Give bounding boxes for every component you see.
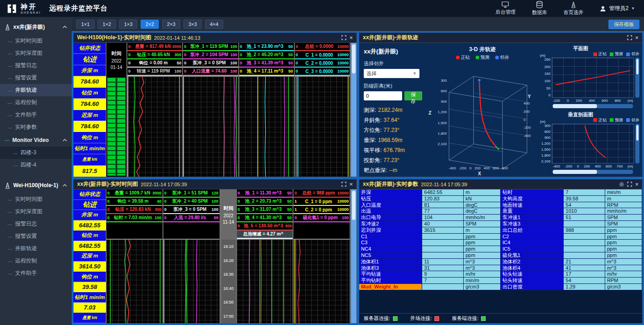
vertical-scrollbar[interactable] xyxy=(351,43,356,177)
nav-backend[interactable]: 后台管理 xyxy=(495,1,515,16)
panel-timestamp: 2022-11-14 17:05:39 xyxy=(421,182,467,187)
layout-button-1x3[interactable]: 1×3 xyxy=(119,20,137,29)
sidebar-item-12[interactable]: Wei-H100(Hole-1) xyxy=(0,178,72,193)
sidebar-item-19[interactable]: —文件助手 xyxy=(0,267,72,279)
sidebar-item-2[interactable]: —实时深度图 xyxy=(0,47,72,59)
nav-label: 数据库 xyxy=(532,9,547,16)
main-area: 1×11×21×32×22×33×34×4 保存模板 Wei-H100(Hole… xyxy=(72,17,644,325)
legend-label: 邻井 xyxy=(631,117,639,123)
panel-realtime-params: xx井(新井眼)-实时参数 2022-11-14 17:05:39 × 井深64… xyxy=(359,179,643,324)
curve-header: 0泵冲_1 = 51 SPM120 xyxy=(163,189,220,198)
gauge-value: 784.60 xyxy=(73,76,106,87)
item-label: 实时时间图 xyxy=(15,37,42,45)
close-icon[interactable]: × xyxy=(635,35,639,41)
sidebar-item-10[interactable]: —四楼-3 xyxy=(0,147,72,159)
sidebar-item-4[interactable]: —报警设置 xyxy=(0,72,72,84)
scrollbar-thumb[interactable] xyxy=(352,191,356,220)
chevron-up-icon xyxy=(63,139,67,142)
vertical-scrollbar[interactable] xyxy=(635,124,639,164)
curve-header: 0C_3 = 0.000010000 xyxy=(295,68,350,76)
item-label: 远程控制 xyxy=(15,257,37,265)
curve-name: 池_2 = 20.73 m^3 xyxy=(243,198,284,204)
tree-dash: — xyxy=(7,125,12,130)
item-label: 报警设置 xyxy=(15,232,37,240)
param-value: 39.58 xyxy=(564,196,605,202)
param-value: 54 xyxy=(564,278,605,284)
sidebar-item-0[interactable]: xx井(新井眼) xyxy=(0,19,72,35)
trajectory-body: xx井(新井眼) 选择邻井 选择 ▼ 防碰距离(米) 保存 测深: xyxy=(359,43,642,177)
param-label: 平均钻速 xyxy=(359,271,422,278)
save-distance-button[interactable]: 保存 xyxy=(404,91,422,100)
sidebar-item-1[interactable]: —实时时间图 xyxy=(0,35,72,47)
sidebar-item-3[interactable]: —报警日志 xyxy=(0,59,72,72)
expand-icon[interactable] xyxy=(627,182,632,187)
param-unit: m^3 xyxy=(605,259,642,265)
neighbor-well-select[interactable]: 选择 ▼ xyxy=(364,69,419,78)
nav-database[interactable]: 数据库 xyxy=(532,1,547,16)
param-label: C3 xyxy=(359,240,422,246)
tree-dash: — xyxy=(7,51,12,56)
sidebar-item-6[interactable]: —远程控制 xyxy=(0,96,72,109)
layout-button-1x1[interactable]: 1×1 xyxy=(76,20,94,29)
curve-max: 50 xyxy=(283,191,292,195)
save-template-button[interactable]: 保存模板 xyxy=(608,20,639,29)
tree-dash: — xyxy=(7,221,12,227)
curve-header: 0泵冲_1 = 119 SPM100 xyxy=(183,43,238,51)
param-value xyxy=(564,221,605,227)
close-icon[interactable]: × xyxy=(349,35,353,41)
legend-label: 邻井 xyxy=(631,51,639,57)
layout-button-4x4[interactable]: 4×4 xyxy=(205,20,223,29)
close-icon[interactable]: × xyxy=(349,181,353,187)
gauge-label: 钻井状态 xyxy=(73,189,106,200)
plan-y-ticks: 250200150100500 xyxy=(538,58,552,98)
sidebar-item-7[interactable]: —文件助手 xyxy=(0,109,72,121)
collision-distance-input[interactable] xyxy=(364,91,402,100)
settings-gear-icon[interactable] xyxy=(619,182,624,187)
section-view-chart: 垂直剖面图 正钻预测邻井 (m) 3006009001,2001,5001,80… xyxy=(538,111,639,174)
sidebar-item-9[interactable]: —Monitor Video xyxy=(0,133,72,147)
scrollbar-thumb[interactable] xyxy=(352,44,356,73)
expand-icon[interactable] xyxy=(627,35,632,40)
param-label: IC4 xyxy=(501,240,564,246)
collapse-toggle[interactable] xyxy=(63,26,67,28)
axis-tick: 800 xyxy=(615,99,621,103)
vertical-scrollbar[interactable] xyxy=(635,58,639,98)
time-header: 时间202201-14 xyxy=(106,43,126,77)
layout-button-2x3[interactable]: 2×3 xyxy=(162,20,180,29)
sidebar-item-14[interactable]: —实时深度图 xyxy=(0,205,72,218)
curve-header: 0钻压 = 120.83 kN300 xyxy=(106,206,162,214)
curve-max: 100 xyxy=(210,207,219,212)
status-label: 服务器连接: xyxy=(364,315,390,322)
curve-min: 0 xyxy=(107,191,113,195)
sidebar-item-11[interactable]: —四楼-4 xyxy=(0,159,72,171)
horizontal-scrollbar[interactable] xyxy=(553,170,633,174)
layout-button-2x2[interactable]: 2×2 xyxy=(141,20,159,29)
sidebar-item-8[interactable]: —实时参数 xyxy=(0,121,72,133)
derrick-icon xyxy=(5,24,10,31)
sidebar-item-5[interactable]: —井眼轨迹 xyxy=(0,84,72,96)
gauge-label: 钻位 m xyxy=(73,231,106,241)
backend-icon xyxy=(502,1,509,8)
close-icon[interactable]: × xyxy=(635,181,639,187)
vertical-scrollbar[interactable] xyxy=(351,189,356,323)
horizontal-scrollbar[interactable] xyxy=(553,104,633,108)
sidebar-item-15[interactable]: —报警日志 xyxy=(0,218,72,230)
sidebar-item-18[interactable]: —远程控制 xyxy=(0,255,72,267)
collapse-toggle[interactable] xyxy=(63,184,67,187)
nav-wellselect[interactable]: 首页选井 xyxy=(563,1,583,16)
expand-icon[interactable] xyxy=(341,35,346,40)
sidebar-item-13[interactable]: —实时时间图 xyxy=(0,193,72,205)
tree-dash: — xyxy=(7,38,12,44)
item-label: 井眼轨迹 xyxy=(15,86,37,94)
curve-max: 50 xyxy=(285,52,293,57)
time-tick: 17:00 xyxy=(223,314,234,319)
curve-header: 0池_1 = 23.90 m^350 xyxy=(239,43,294,51)
layout-button-1x2[interactable]: 1×2 xyxy=(98,20,116,29)
expand-icon[interactable] xyxy=(341,182,346,187)
user-menu[interactable]: 管理员2▼ xyxy=(600,5,635,12)
curve-min: 0 xyxy=(240,61,246,65)
collapse-toggle[interactable] xyxy=(63,139,67,142)
layout-button-3x3[interactable]: 3×3 xyxy=(183,20,202,29)
sidebar-item-17[interactable]: —井眼轨迹 xyxy=(0,242,72,255)
sidebar-item-16[interactable]: —报警设置 xyxy=(0,230,72,242)
